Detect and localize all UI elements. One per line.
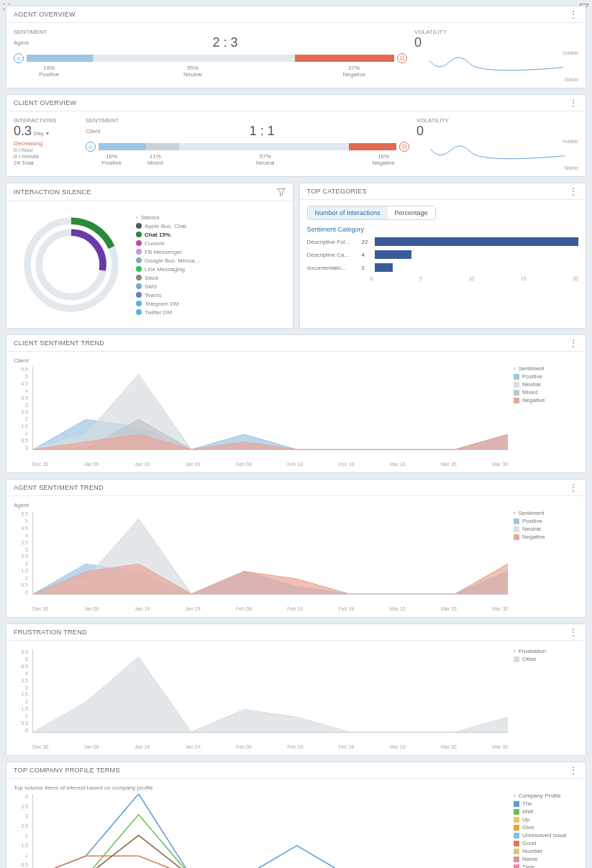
x-tick: Mar 10 bbox=[390, 744, 406, 749]
bar-fill bbox=[375, 237, 579, 246]
legend-swatch bbox=[136, 232, 142, 237]
silence-legend-item[interactable]: Twitter DM bbox=[136, 309, 199, 316]
interaction-stat: 0 / minute bbox=[14, 153, 78, 160]
silence-legend-item[interactable]: SMS bbox=[136, 283, 199, 290]
legend-item[interactable]: Neutral bbox=[514, 526, 578, 532]
legend-item[interactable]: Neutral bbox=[514, 381, 578, 388]
x-tick: Jan 29 bbox=[186, 462, 201, 467]
interaction-stat: 0 / hour bbox=[14, 147, 78, 153]
legend-item[interactable]: Up bbox=[514, 816, 578, 823]
legend-swatch bbox=[514, 833, 519, 839]
tab-percentage[interactable]: Percentage bbox=[388, 206, 435, 219]
stable-label: Stable bbox=[414, 77, 578, 82]
y-tick: 3 bbox=[14, 813, 28, 818]
y-tick: 4.5 bbox=[14, 664, 28, 669]
volatility-value: 0 bbox=[416, 124, 578, 139]
card-title: TOP CATEGORIES bbox=[307, 188, 367, 195]
legend-item[interactable]: Good bbox=[514, 840, 578, 846]
card-menu-icon[interactable]: ⋮ bbox=[568, 100, 578, 106]
legend-swatch bbox=[514, 841, 519, 846]
legend-swatch bbox=[514, 398, 519, 403]
legend-item[interactable]: Negative bbox=[514, 397, 578, 403]
legend-group[interactable]: › Sentiment bbox=[514, 365, 578, 372]
card-menu-icon[interactable]: ⋮ bbox=[568, 12, 578, 17]
legend-item[interactable]: Time bbox=[514, 864, 578, 868]
y-tick: 4 bbox=[14, 671, 28, 676]
legend-item[interactable]: Positive bbox=[514, 518, 578, 524]
card-menu-icon[interactable]: ⋮ bbox=[568, 340, 578, 346]
legend-item[interactable]: Well bbox=[514, 808, 578, 815]
silence-legend-item[interactable]: Teams bbox=[136, 292, 199, 298]
legend-group[interactable]: › Company Profile bbox=[514, 792, 578, 799]
legend-swatch bbox=[514, 390, 519, 396]
bar-label: Descriptive Fol... bbox=[307, 239, 358, 245]
legend-swatch bbox=[136, 292, 142, 298]
legend-item[interactable]: Positive bbox=[514, 373, 578, 380]
legend-swatch bbox=[514, 825, 519, 831]
subtitle-link[interactable]: Sentiment Category bbox=[307, 226, 579, 233]
y-tick: 3.5 bbox=[14, 678, 28, 683]
legend-item[interactable]: Unresolved Issue bbox=[514, 832, 578, 839]
happy-face-icon: ☺ bbox=[86, 142, 96, 152]
bar-value: 2 bbox=[362, 265, 370, 271]
chevron-right-icon: › bbox=[514, 510, 516, 516]
card-menu-icon[interactable]: ⋮ bbox=[568, 188, 578, 194]
chart-sub: Top volume items of interest based on co… bbox=[14, 785, 578, 791]
legend-group[interactable]: › Sentiment bbox=[514, 510, 578, 516]
legend-group[interactable]: › Silence bbox=[136, 214, 199, 221]
y-tick: 5 bbox=[14, 518, 28, 524]
sentiment-ratio: 2 : 3 bbox=[212, 35, 237, 50]
agent_trend-card: AGENT SENTIMENT TREND⋮Agent00.511.522.53… bbox=[6, 479, 586, 618]
segment-label: 18%Positive bbox=[14, 65, 84, 78]
legend-item[interactable]: Mixed bbox=[514, 389, 578, 396]
card-menu-icon[interactable]: ⋮ bbox=[568, 485, 578, 490]
legend-item[interactable]: The bbox=[514, 800, 578, 807]
card-title: AGENT SENTIMENT TREND bbox=[14, 484, 104, 491]
legend-item[interactable]: Name bbox=[514, 856, 578, 862]
y-tick: 1.5 bbox=[14, 424, 28, 429]
silence-legend-item[interactable]: Telegram DM bbox=[136, 301, 199, 307]
silence-legend-item[interactable]: Chat 15% bbox=[136, 232, 199, 238]
y-tick: 5.5 bbox=[14, 649, 28, 654]
bar-row: documentatio...2 bbox=[307, 263, 579, 272]
silence-legend-item[interactable]: Custom bbox=[136, 240, 199, 247]
legend-item[interactable]: Number bbox=[514, 848, 578, 854]
sentiment-heading: SENTIMENT bbox=[86, 117, 409, 124]
card-menu-icon[interactable]: ⋮ bbox=[568, 629, 578, 635]
filter-icon[interactable] bbox=[277, 188, 286, 196]
y-tick: 5 bbox=[14, 374, 28, 379]
sentiment-segment bbox=[179, 143, 349, 150]
legend-item[interactable]: Give bbox=[514, 824, 578, 831]
legend-swatch bbox=[136, 223, 142, 229]
silence-legend-item[interactable]: Google Bus. Messa... bbox=[136, 257, 199, 264]
card-title: CLIENT SENTIMENT TREND bbox=[14, 339, 104, 347]
bar-value: 4 bbox=[362, 252, 370, 258]
silence-legend-item[interactable]: FB Messenger bbox=[136, 249, 199, 255]
silence-legend-item[interactable]: Line Messaging bbox=[136, 266, 199, 273]
segment-label: 57%Neutral bbox=[173, 153, 358, 166]
legend-item[interactable]: Negative bbox=[514, 534, 578, 540]
x-tick: Jan 29 bbox=[186, 744, 201, 749]
x-tick: Dec 30 bbox=[32, 744, 48, 749]
axis-tick: 5 bbox=[419, 276, 422, 281]
x-tick: Feb 28 bbox=[339, 606, 355, 611]
tab-number-of-interactions[interactable]: Number of Interactions bbox=[308, 206, 388, 219]
legend-swatch bbox=[514, 809, 519, 815]
series-line bbox=[33, 794, 508, 868]
bar-fill bbox=[375, 263, 393, 272]
sentiment-heading: SENTIMENT bbox=[14, 29, 407, 35]
y-tick: 2 bbox=[14, 699, 28, 704]
volatility-heading: VOLATILITY bbox=[414, 29, 578, 35]
segment-label: 55%Neutral bbox=[84, 65, 301, 78]
interactions-value: 0.3 bbox=[14, 124, 32, 138]
y-tick: 0 bbox=[14, 445, 28, 450]
x-tick: Feb 28 bbox=[339, 462, 355, 467]
x-tick: Feb 08 bbox=[236, 744, 252, 749]
card-menu-icon[interactable]: ⋮ bbox=[568, 767, 578, 773]
legend-item[interactable]: Other bbox=[514, 656, 578, 662]
legend-group[interactable]: › Frustration bbox=[514, 648, 578, 654]
y-tick: 3 bbox=[14, 685, 28, 690]
silence-legend-item[interactable]: Apple Bus. Chat bbox=[136, 223, 199, 229]
y-tick: 0.5 bbox=[14, 583, 28, 588]
silence-legend-item[interactable]: Slack bbox=[136, 275, 199, 281]
